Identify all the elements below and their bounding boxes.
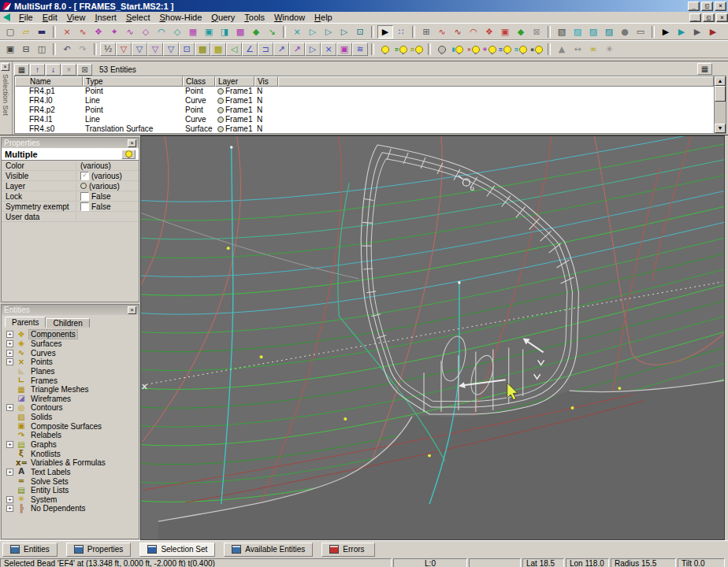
checkbox-icon[interactable] <box>80 202 89 211</box>
entity-list-tool-button[interactable]: ▦ <box>14 64 29 76</box>
mdi-close-button[interactable]: × <box>716 13 728 22</box>
tool-button[interactable]: ▬ <box>34 25 50 39</box>
tool-button[interactable]: ✳ <box>601 43 617 56</box>
entities-titlebar[interactable]: Entities × <box>2 305 139 315</box>
tool-button[interactable]: ≋ <box>352 43 368 56</box>
tool-button[interactable]: ↗ <box>289 43 305 56</box>
tree-item-planes[interactable]: ◣Planes <box>4 367 139 376</box>
tree-item-solids[interactable]: ▧Solids <box>4 413 139 422</box>
scroll-up-icon[interactable]: ▲ <box>715 76 726 86</box>
column-header-vis[interactable]: Vis <box>254 76 278 87</box>
properties-titlebar[interactable]: Properties × <box>2 138 139 148</box>
menu-view[interactable]: View <box>62 13 91 22</box>
tool-button[interactable]: ✦ <box>106 25 122 39</box>
bottom-tab-available-entities[interactable]: Available Entities <box>224 543 313 557</box>
tool-button[interactable]: × <box>59 25 75 39</box>
column-header-name[interactable]: Name <box>15 76 83 87</box>
visibility-bulb-button[interactable] <box>121 150 136 159</box>
expander-icon[interactable]: + <box>6 331 13 338</box>
tool-button[interactable]: ◁ <box>226 43 242 56</box>
expander-icon[interactable]: + <box>6 358 13 365</box>
entity-list-tool-button[interactable]: ↓ <box>46 64 61 76</box>
bottom-tab-entities[interactable]: Entities <box>2 543 58 557</box>
entity-list-tool-button[interactable]: ↑ <box>30 64 45 76</box>
tool-button[interactable] <box>434 43 450 56</box>
table-row[interactable]: FR4.p1PointPointFrame1 CN <box>15 87 714 96</box>
tool-button[interactable]: ≡ <box>497 43 513 56</box>
tool-button[interactable]: ▣ <box>2 43 18 56</box>
tool-button[interactable]: ▪ <box>529 43 544 56</box>
menu-edit[interactable]: Edit <box>38 13 62 22</box>
column-header-type[interactable]: Type <box>83 76 183 87</box>
tool-button[interactable]: ⊡ <box>352 25 368 39</box>
tool-button[interactable]: ◆ <box>248 25 264 39</box>
tool-button[interactable]: ▨ <box>601 25 617 39</box>
tree-item-no-dependents[interactable]: +╠No Dependents <box>4 504 139 513</box>
tree-item-frames[interactable]: ∟Frames <box>4 376 139 385</box>
menu-show-hide[interactable]: Show-Hide <box>155 13 207 22</box>
tree-item-knotlists[interactable]: ξKnotlists <box>4 449 139 458</box>
tool-button[interactable]: ▷ <box>305 25 321 39</box>
tool-button[interactable]: ▶ <box>705 25 721 39</box>
tool-button[interactable]: ◆ <box>513 25 529 39</box>
close-button[interactable]: × <box>715 2 726 11</box>
tool-button[interactable]: ▭ <box>633 25 648 39</box>
tab-parents[interactable]: Parents <box>5 317 46 328</box>
tool-button[interactable]: ∿ <box>434 25 450 39</box>
table-row[interactable]: FR4.l0LineCurveFrame1 CN <box>15 96 714 106</box>
tool-button[interactable]: ▷ <box>321 25 336 39</box>
tree-item-variables-formulas[interactable]: x=Variables & Formulas <box>4 458 139 468</box>
tool-button[interactable]: ● <box>617 25 633 39</box>
expander-icon[interactable]: + <box>6 441 13 448</box>
title-bar[interactable]: MultiSurf 8.0 - [ FRAMES_Start.MS2:1 ] _… <box>0 0 728 12</box>
tool-button[interactable]: ½ <box>100 43 116 56</box>
expander-icon[interactable]: + <box>6 505 13 512</box>
tool-button[interactable]: ❖ <box>481 43 497 56</box>
tool-button[interactable]: ▲ <box>554 43 570 56</box>
tree-item-surfaces[interactable]: +◈Surfaces <box>4 339 139 349</box>
viewport-3d[interactable]: uX <box>140 135 725 540</box>
tool-button[interactable]: ↷ <box>75 43 91 56</box>
tool-button[interactable]: ⊠ <box>529 25 544 39</box>
tool-button[interactable]: ∿ <box>75 25 91 39</box>
expander-icon[interactable]: + <box>6 404 13 411</box>
menu-window[interactable]: Window <box>269 13 310 22</box>
menu-select[interactable]: Select <box>121 13 155 22</box>
menu-query[interactable]: Query <box>206 13 240 22</box>
mdi-restore-button[interactable]: ◱ <box>703 13 715 22</box>
tool-button[interactable]: ∷ <box>393 25 409 39</box>
tree-item-system[interactable]: +✳System <box>4 495 139 505</box>
entity-table-scrollbar[interactable]: ▲ ▼ <box>714 76 726 134</box>
tool-button[interactable]: ⊟ <box>18 43 34 56</box>
scroll-down-icon[interactable]: ▼ <box>715 124 726 133</box>
tool-button[interactable]: ∿ <box>122 25 138 39</box>
column-header-layer[interactable]: Layer <box>215 76 254 87</box>
tool-button[interactable]: ▶ <box>377 25 393 39</box>
tool-button[interactable]: ↔ <box>570 43 585 56</box>
tool-button[interactable]: ◇ <box>169 25 185 39</box>
tool-button[interactable]: ▩ <box>195 43 210 56</box>
expander-icon[interactable]: + <box>6 496 13 503</box>
bottom-tab-selection-set[interactable]: Selection Set <box>139 543 215 557</box>
property-row-lock[interactable]: LockFalse <box>2 191 139 202</box>
restore-button[interactable]: ◱ <box>701 2 713 11</box>
tool-button[interactable]: ◨ <box>217 25 232 39</box>
tab-children[interactable]: Children <box>46 318 89 328</box>
tool-button[interactable]: ▩ <box>232 25 248 39</box>
tool-button[interactable]: ▨ <box>570 25 585 39</box>
menu-help[interactable]: Help <box>310 13 337 22</box>
entity-list-tool-button[interactable]: × <box>61 64 76 76</box>
tool-button[interactable]: ▢ <box>2 25 18 39</box>
tree-item-points[interactable]: +×Points <box>4 358 139 367</box>
tool-button[interactable] <box>377 43 393 56</box>
tree-item-graphs[interactable]: +▤Graphs <box>4 440 139 450</box>
tool-button[interactable]: ▦ <box>185 25 201 39</box>
tool-button[interactable]: ≡ <box>393 43 409 56</box>
tree-item-composite-surfaces[interactable]: ▣Composite Surfaces <box>4 421 139 431</box>
tool-button[interactable]: ▱ <box>18 25 34 39</box>
tool-button[interactable]: ▣ <box>336 43 352 56</box>
close-icon[interactable]: × <box>128 306 136 314</box>
tool-button[interactable]: ∞ <box>585 43 601 56</box>
selection-set-titlebar[interactable]: × Selection Set <box>0 61 13 135</box>
property-row-layer[interactable]: Layer(various) <box>2 181 139 191</box>
